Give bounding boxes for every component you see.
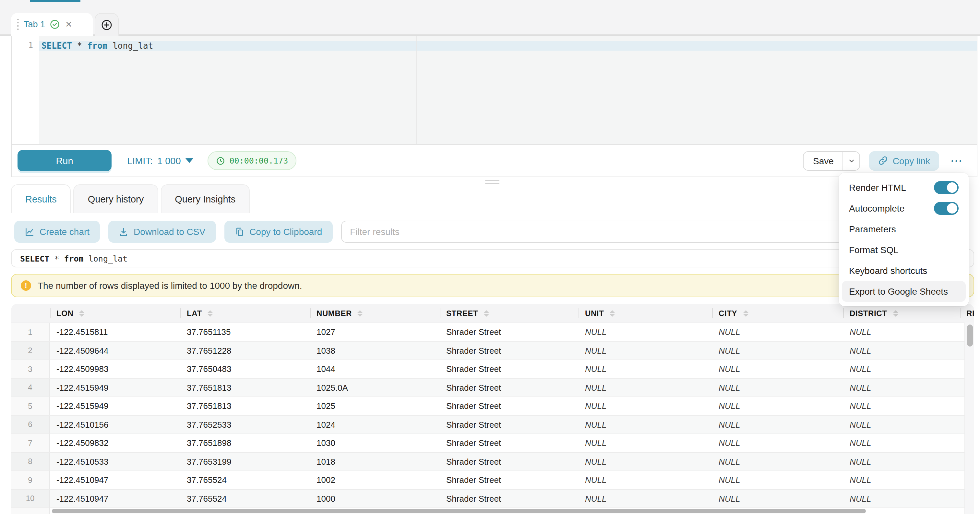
- copy-link-label: Copy link: [893, 155, 930, 166]
- sql-identifier: long_lat: [108, 41, 153, 51]
- sql-keyword: from: [87, 41, 108, 51]
- table-cell: NULL: [843, 416, 960, 434]
- column-label: LON: [56, 309, 73, 318]
- menu-item-autocomplete[interactable]: Autocomplete: [842, 198, 966, 219]
- table-cell: 37.7652533: [180, 416, 310, 434]
- table-cell: NULL: [579, 490, 712, 508]
- link-icon: [878, 156, 888, 166]
- tab-results[interactable]: Results: [11, 184, 71, 213]
- table-cell: -122.4509832: [50, 434, 180, 452]
- save-options-button[interactable]: [843, 152, 860, 170]
- sql-code-editor[interactable]: 1 SELECT * from long_lat: [12, 36, 977, 145]
- sql-editor-app: Tab 1 ✕ 1 SELECT * from long_lat: [0, 0, 980, 514]
- table-cell: 37.765524: [180, 490, 310, 508]
- editor-tab-bar: Tab 1 ✕: [0, 0, 980, 36]
- more-options-button[interactable]: •••: [948, 151, 966, 170]
- vertical-scrollbar[interactable]: [964, 322, 974, 514]
- menu-item-keyboard-shortcuts[interactable]: Keyboard shortcuts: [842, 260, 966, 281]
- column-header-street[interactable]: STREET: [440, 304, 579, 322]
- panel-resize-handle[interactable]: [485, 180, 500, 186]
- table-cell: 1038: [310, 342, 440, 359]
- run-button[interactable]: Run: [18, 150, 111, 171]
- column-header-re[interactable]: RE: [960, 304, 974, 322]
- table-cell: Shrader Street: [440, 397, 579, 415]
- table-cell: 1044: [310, 360, 440, 378]
- table-cell: 1025.0A: [310, 379, 440, 396]
- column-header-number[interactable]: NUMBER: [310, 304, 440, 322]
- limit-dropdown[interactable]: LIMIT: 1 000: [127, 155, 193, 166]
- table-cell: NULL: [843, 360, 960, 378]
- table-cell: -122.4510947: [50, 490, 180, 508]
- limit-value: 1 000: [157, 155, 181, 166]
- row-number-cell: 11: [11, 508, 50, 514]
- new-tab-button[interactable]: [95, 13, 119, 36]
- tab-query-insights[interactable]: Query Insights: [161, 184, 250, 213]
- tab-query-history[interactable]: Query history: [73, 184, 158, 213]
- table-cell: NULL: [712, 379, 843, 396]
- row-number-cell: 3: [11, 360, 50, 378]
- query-editor-panel: 1 SELECT * from long_lat Run LIMIT: 1 00…: [11, 36, 977, 177]
- menu-item-render-html[interactable]: Render HTML: [842, 177, 966, 198]
- row-number-cell: 6: [11, 416, 50, 434]
- toggle-switch-on[interactable]: [934, 181, 959, 194]
- sort-icon[interactable]: [79, 310, 84, 316]
- menu-item-parameters[interactable]: Parameters: [842, 219, 966, 239]
- menu-item-format-sql[interactable]: Format SQL: [842, 239, 966, 260]
- column-header-district[interactable]: DISTRICT: [843, 304, 960, 322]
- table-row: 1-122.451581137.76511351027Shrader Stree…: [11, 322, 974, 341]
- horizontal-scrollbar-thumb[interactable]: [52, 509, 866, 513]
- sort-icon[interactable]: [893, 310, 898, 316]
- download-csv-button[interactable]: Download to CSV: [108, 221, 216, 243]
- column-header-unit[interactable]: UNIT: [579, 304, 712, 322]
- clock-icon: [216, 156, 225, 165]
- menu-item-label: Keyboard shortcuts: [849, 265, 927, 276]
- table-cell: -122.4515811: [50, 323, 180, 341]
- row-number-cell: 2: [11, 342, 50, 359]
- tab-1[interactable]: Tab 1 ✕: [11, 13, 93, 36]
- table-cell: -122.4515949: [50, 397, 180, 415]
- table-cell: Shrader Street: [440, 434, 579, 452]
- toggle-switch-on[interactable]: [934, 202, 959, 215]
- column-label: RE: [966, 309, 974, 318]
- copy-link-button[interactable]: Copy link: [869, 151, 939, 170]
- drag-grip-icon[interactable]: [17, 19, 19, 30]
- column-header-lon[interactable]: LON: [50, 304, 180, 322]
- sort-icon[interactable]: [484, 310, 489, 316]
- save-button[interactable]: Save: [804, 152, 843, 170]
- table-cell: -122.4509983: [50, 360, 180, 378]
- sort-icon[interactable]: [208, 310, 213, 316]
- table-cell: NULL: [843, 379, 960, 396]
- code-line[interactable]: SELECT * from long_lat: [41, 41, 153, 51]
- sql-keyword: SELECT: [41, 41, 72, 51]
- menu-item-label: Autocomplete: [849, 203, 904, 214]
- table-cell: 1027: [310, 323, 440, 341]
- table-body: 1-122.451581137.76511351027Shrader Stree…: [11, 322, 974, 514]
- vertical-scrollbar-thumb[interactable]: [967, 324, 973, 346]
- copy-to-clipboard-button[interactable]: Copy to Clipboard: [224, 221, 332, 243]
- create-chart-button[interactable]: Create chart: [14, 221, 100, 243]
- table-cell: NULL: [712, 453, 843, 471]
- table-cell: NULL: [579, 323, 712, 341]
- row-number-header: [11, 304, 50, 322]
- menu-item-export-to-google-sheets[interactable]: Export to Google Sheets: [842, 281, 966, 302]
- close-tab-icon[interactable]: ✕: [64, 20, 72, 29]
- sort-icon[interactable]: [610, 310, 615, 316]
- table-cell: 37.7651898: [180, 434, 310, 452]
- editor-toolbar: Run LIMIT: 1 000 00:00:00.173 Save: [12, 144, 977, 177]
- table-cell: NULL: [843, 490, 960, 508]
- row-number-cell: 8: [11, 453, 50, 471]
- sort-icon[interactable]: [358, 310, 363, 316]
- table-cell: 1018: [310, 453, 440, 471]
- table-row: 4-122.451594937.76518131025.0AShrader St…: [11, 378, 974, 396]
- table-cell: -122.4509644: [50, 342, 180, 359]
- table-cell: 37.765524: [180, 471, 310, 489]
- more-options-menu: Render HTMLAutocompleteParametersFormat …: [838, 172, 969, 306]
- row-number-cell: 1: [11, 323, 50, 341]
- table-cell: NULL: [712, 323, 843, 341]
- copy-icon: [234, 227, 244, 236]
- download-icon: [119, 227, 129, 236]
- column-header-city[interactable]: CITY: [712, 304, 843, 322]
- sort-icon[interactable]: [743, 310, 748, 316]
- column-header-lat[interactable]: LAT: [180, 304, 310, 322]
- table-cell: 37.7651813: [180, 379, 310, 396]
